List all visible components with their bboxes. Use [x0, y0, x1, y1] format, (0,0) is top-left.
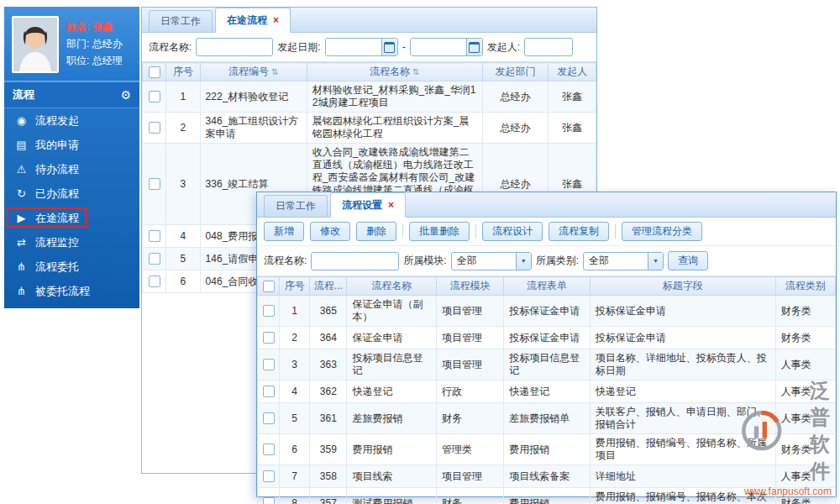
- module-label: 所属模块:: [403, 254, 446, 268]
- header-category[interactable]: 流程类别: [775, 277, 835, 296]
- alert-icon: ⚠: [15, 163, 28, 176]
- initiator-input[interactable]: [524, 38, 573, 56]
- row-checkbox[interactable]: [263, 470, 275, 482]
- header-module[interactable]: 流程模块: [436, 277, 503, 296]
- sidebar-item-process-monitor[interactable]: ⇄ 流程监控: [4, 230, 139, 255]
- sidebar-item-process-delegation[interactable]: ⋔ 流程委托: [4, 255, 139, 279]
- tab-daily-work[interactable]: 日常工作: [264, 195, 328, 217]
- row-checkbox[interactable]: [149, 122, 160, 134]
- cell-module: 管理类: [436, 434, 503, 465]
- cell-no: 4: [166, 225, 200, 248]
- table-row[interactable]: 3 363 投标项目信息登记 项目管理 投标项目信息登记 项目名称、详细地址、投…: [258, 349, 836, 381]
- date-to-input[interactable]: [411, 39, 466, 55]
- cell-no: 3: [166, 144, 200, 225]
- row-checkbox[interactable]: [149, 230, 160, 242]
- row-checkbox[interactable]: [263, 386, 275, 397]
- row-checkbox[interactable]: [263, 305, 275, 317]
- sidebar-item-completed-processes[interactable]: ↻ 已办流程: [4, 181, 139, 206]
- calendar-icon[interactable]: [381, 39, 397, 55]
- header-initiator[interactable]: 发起人: [549, 63, 596, 81]
- brand-watermark: 泛普软件 www.fanpusoft.com: [739, 377, 832, 497]
- org-chart-icon: ⋔: [15, 260, 28, 273]
- chevron-down-icon[interactable]: ▼: [648, 253, 663, 270]
- batch-delete-button[interactable]: 批量删除: [409, 222, 470, 241]
- table-row[interactable]: 2 346_施工组织设计方案申请 晨铭园林绿化工程组织设计方案_晨铭园林绿化工程…: [143, 113, 596, 144]
- table-row[interactable]: 1 365 保证金申请（副本） 项目管理 投标保证金申请 投标保证金申请 财务类: [258, 296, 836, 327]
- header-no[interactable]: 序号: [280, 277, 310, 296]
- process-design-button[interactable]: 流程设计: [482, 222, 543, 241]
- tab-in-transit[interactable]: 在途流程 ×: [215, 8, 291, 33]
- cell-no: 4: [280, 381, 310, 403]
- broadcast-icon: ◉: [15, 114, 28, 127]
- cell-no: 6: [166, 270, 200, 293]
- process-name-input[interactable]: [311, 252, 399, 270]
- module-select[interactable]: 全部 ▼: [451, 252, 532, 270]
- row-checkbox[interactable]: [263, 332, 275, 344]
- row-checkbox[interactable]: [149, 253, 160, 265]
- cell-name: 保证金申请（副本）: [347, 296, 436, 327]
- module-selected-value: 全部: [457, 254, 477, 268]
- header-code[interactable]: 流程...: [310, 277, 347, 296]
- header-title-field[interactable]: 标题字段: [590, 277, 775, 296]
- date-from-input[interactable]: [326, 39, 381, 55]
- tab-process-settings[interactable]: 流程设置 ×: [330, 192, 406, 218]
- header-no[interactable]: 序号: [166, 63, 200, 81]
- overlay-filter-bar: 流程名称: 所属模块: 全部 ▼ 所属类别: 全部 ▼ 查询: [257, 246, 836, 276]
- row-checkbox[interactable]: [149, 178, 160, 190]
- process-name-input[interactable]: [196, 38, 273, 56]
- row-checkbox[interactable]: [263, 412, 275, 424]
- sidebar-item-my-applications[interactable]: ▤ 我的申请: [4, 133, 139, 157]
- select-all-checkbox[interactable]: [263, 281, 275, 292]
- row-checkbox[interactable]: [263, 497, 275, 504]
- avatar: [12, 16, 59, 73]
- gear-icon[interactable]: ⚙: [120, 89, 131, 101]
- chevron-down-icon[interactable]: ▼: [516, 253, 531, 270]
- table-row[interactable]: 1 222_材料验收登记 材料验收登记_材料采购_张鑫_华润12城房建工程项目 …: [143, 81, 596, 113]
- manage-category-button[interactable]: 管理流程分类: [622, 222, 702, 241]
- row-checkbox[interactable]: [149, 91, 160, 102]
- user-profile: 姓名: 张鑫 部门: 总经办 职位: 总经理: [4, 7, 139, 81]
- table-header-row: 序号 流程... 流程名称 流程模块 流程表单 标题字段 流程类别: [258, 277, 836, 296]
- sidebar-item-process-initiate[interactable]: ◉ 流程发起: [4, 108, 139, 133]
- sidebar-item-pending-processes[interactable]: ⚠ 待办流程: [4, 157, 139, 181]
- cell-form: 费用报销: [504, 488, 590, 504]
- close-icon[interactable]: ×: [273, 14, 279, 26]
- header-form[interactable]: 流程表单: [504, 277, 590, 296]
- row-checkbox[interactable]: [149, 276, 160, 287]
- cell-module: 财务: [436, 488, 503, 504]
- cell-category: 财务类: [775, 327, 835, 349]
- edit-button[interactable]: 修改: [310, 222, 350, 241]
- cell-name: 测试费用报销: [347, 488, 436, 504]
- sidebar-item-in-transit-processes[interactable]: ▶ 在途流程: [4, 206, 139, 230]
- cell-form: 费用报销: [504, 434, 590, 465]
- calendar-icon[interactable]: [466, 39, 482, 55]
- cell-no: 2: [280, 327, 310, 349]
- sidebar-item-delegated-processes[interactable]: ⋔ 被委托流程: [4, 279, 139, 303]
- delete-button[interactable]: 删除: [356, 222, 396, 241]
- select-all-checkbox[interactable]: [149, 66, 160, 78]
- header-code[interactable]: 流程编号⇅: [200, 63, 307, 81]
- row-checkbox[interactable]: [263, 359, 275, 370]
- tab-daily-work[interactable]: 日常工作: [149, 10, 213, 32]
- table-row[interactable]: 2 364 保证金申请 项目管理 投标保证金申请 投标保证金申请 财务类: [258, 327, 836, 349]
- cell-module: 财务: [436, 403, 503, 434]
- category-select[interactable]: 全部 ▼: [583, 252, 664, 270]
- sidebar-item-label: 流程发起: [35, 113, 79, 129]
- table-header-row: 序号 流程编号⇅ 流程名称⇅ 发起部门 发起人: [143, 63, 596, 81]
- add-button[interactable]: 新增: [264, 222, 304, 241]
- date-from-field: [325, 38, 398, 56]
- category-selected-value: 全部: [589, 254, 609, 268]
- header-dept[interactable]: 发起部门: [482, 63, 549, 81]
- cell-no: 8: [280, 488, 310, 504]
- cell-code: 359: [310, 434, 347, 465]
- header-name[interactable]: 流程名称⇅: [307, 63, 482, 81]
- cell-dept: 总经办: [482, 113, 549, 144]
- tab-label: 日常工作: [276, 199, 316, 213]
- header-name[interactable]: 流程名称: [347, 277, 436, 296]
- cell-module: 项目管理: [436, 296, 503, 327]
- profile-text: 姓名: 张鑫 部门: 总经办 职位: 总经理: [66, 16, 123, 69]
- search-button[interactable]: 查询: [668, 251, 708, 270]
- row-checkbox[interactable]: [263, 444, 275, 455]
- process-copy-button[interactable]: 流程复制: [549, 222, 609, 241]
- close-icon[interactable]: ×: [388, 199, 394, 211]
